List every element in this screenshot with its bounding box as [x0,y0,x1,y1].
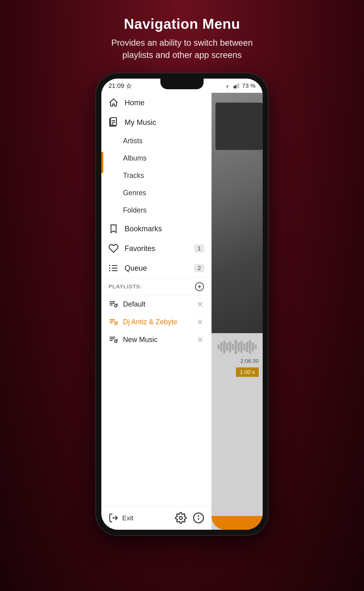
playlist-item-dj-antiz[interactable]: Dj Antiz & Zebyte [101,313,212,331]
phone-screen: 21:09 [101,79,263,530]
favorites-badge: 1 [194,244,204,253]
bookmarks-label: Bookmarks [124,225,162,233]
wifi-icon [224,83,231,88]
battery-status: 73 % [242,82,256,89]
heart-icon [108,243,119,254]
phone-content: Home My Music [101,93,263,530]
remove-active-playlist-button[interactable] [196,318,204,326]
add-playlist-button[interactable] [195,282,204,292]
signal-icon [234,83,240,88]
svg-rect-2 [234,86,235,88]
folders-label: Folders [123,206,147,214]
svg-rect-5 [238,83,239,88]
nav-item-my-music[interactable]: My Music [101,113,212,132]
my-music-label: My Music [124,118,156,127]
nav-item-bookmarks[interactable]: Bookmarks [101,219,212,239]
sub-item-albums[interactable]: Albums [101,149,212,167]
page-subtitle: Provides an ability to switch betweenpla… [111,37,253,61]
albums-label: Albums [123,154,147,162]
playlists-header: PLAYLISTS: [101,278,212,295]
nav-item-queue[interactable]: Queue 2 [101,258,212,278]
playlist-icon [108,299,118,309]
status-time: 21:09 [108,82,124,89]
info-button[interactable] [193,512,204,524]
page-header: Navigation Menu Provides an ability to s… [111,16,253,61]
navigation-drawer: Home My Music [101,93,212,530]
nav-item-favorites[interactable]: Favorites 1 [101,239,212,258]
bookmark-icon [108,224,119,234]
exit-button[interactable]: Exit [108,513,133,523]
music-library-icon [108,117,119,128]
svg-rect-4 [236,84,238,88]
speed-button[interactable]: 1.00 x [236,367,259,377]
favorites-label: Favorites [124,244,155,253]
genres-label: Genres [123,189,146,197]
nav-item-home[interactable]: Home [101,93,212,113]
queue-label: Queue [124,264,147,272]
playlist-new-music-name: New Music [123,336,196,344]
right-panel-top [212,93,263,333]
album-art [215,103,263,150]
waveform [215,339,259,355]
svg-marker-0 [127,84,131,88]
bottom-bar [212,516,263,530]
queue-icon [108,263,119,273]
sub-item-tracks[interactable]: Tracks [101,167,212,184]
svg-point-42 [179,517,182,519]
playlist-item-new-music[interactable]: New Music [101,331,212,349]
page-title: Navigation Menu [111,16,253,32]
remove-new-music-button[interactable] [196,335,204,344]
playlist-active-icon [108,317,118,327]
playlist-default-name: Default [123,300,196,308]
exit-label: Exit [122,514,133,522]
playlists-label: PLAYLISTS: [108,283,195,290]
remove-playlist-button[interactable] [196,300,204,309]
phone-notch [160,79,204,89]
artists-label: Artists [123,137,143,145]
sub-item-artists[interactable]: Artists [101,132,212,149]
home-icon [108,98,119,108]
sub-item-genres[interactable]: Genres [101,184,212,201]
queue-badge: 2 [194,264,204,272]
home-label: Home [124,99,144,107]
active-indicator [101,152,103,173]
time-display: 2:06:30 [240,358,259,364]
svg-point-1 [227,87,228,88]
sub-item-folders[interactable]: Folders [101,201,212,219]
exit-icon [108,513,119,523]
more-options-menu[interactable] [257,213,259,222]
settings-button[interactable] [175,512,187,524]
tracks-label: Tracks [123,171,144,180]
drawer-footer: Exit [101,506,212,530]
playlist-item-default[interactable]: Default [101,295,212,313]
right-panel-bottom: 2:06:30 1.00 x [212,333,263,530]
navigation-icon [126,83,132,88]
right-panel: 2:06:30 1.00 x [212,93,263,530]
playlist-new-music-icon [108,335,118,345]
playlist-dj-antiz-name: Dj Antiz & Zebyte [123,318,196,326]
svg-rect-3 [235,85,236,88]
phone-frame: 21:09 [95,73,269,536]
